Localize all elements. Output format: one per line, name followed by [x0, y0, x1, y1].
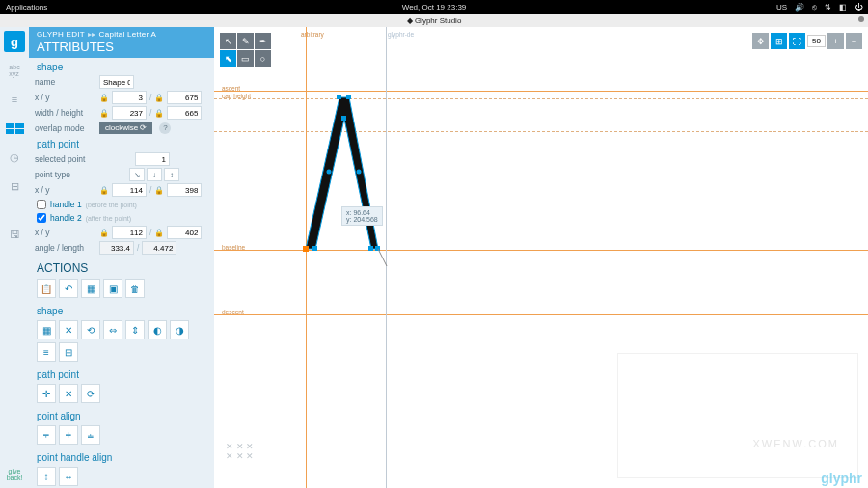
handle-angle-input[interactable] [99, 241, 134, 255]
tool-penadd[interactable]: ✒ [255, 33, 271, 49]
panel-title: ATTRIBUTES [29, 40, 214, 58]
shape-h-input[interactable] [167, 106, 202, 120]
rail-history[interactable]: ◷ [4, 147, 25, 168]
actions-shape-heading: shape [29, 302, 214, 318]
coord-tooltip: x: 96.64 y: 204.568 [341, 206, 383, 226]
svg-point-7 [327, 170, 332, 175]
svg-rect-5 [368, 246, 373, 251]
lock-x-icon[interactable]: 🔒 [99, 94, 109, 102]
tool-pointer[interactable]: ⬉ [220, 50, 236, 67]
pathpoint-heading: path point [29, 135, 214, 151]
volume-icon[interactable]: 🔊 [795, 3, 804, 12]
shape-copy[interactable]: ▦ [37, 320, 56, 339]
align-bot[interactable]: ⫨ [81, 425, 100, 445]
lock-h-icon[interactable]: 🔒 [154, 109, 164, 118]
zoom-value[interactable]: 50 [807, 35, 826, 47]
shape-x-input[interactable] [112, 91, 147, 104]
actions-handlealign-heading: point handle align [29, 448, 214, 465]
shape-layer2[interactable]: ⊟ [59, 342, 78, 362]
shape-reverse[interactable]: ⟲ [81, 320, 100, 339]
watermark-text: XWENW.COM [753, 438, 840, 449]
apps-menu[interactable]: Applications [6, 3, 47, 12]
actions-pointalign-heading: point align [29, 407, 214, 423]
lock-icon[interactable]: 🔒 [154, 186, 164, 195]
handle2-label: handle 2 [50, 213, 82, 223]
svg-rect-0 [303, 246, 309, 252]
action-delete[interactable]: 🗑 [125, 279, 145, 298]
shape-rotl[interactable]: ◐ [148, 320, 167, 339]
lang-indicator[interactable]: US [776, 3, 787, 12]
tool-rect[interactable]: ▭ [237, 50, 254, 67]
lock-icon[interactable]: 🔒 [154, 229, 164, 237]
shape-delete[interactable]: ✕ [59, 320, 78, 339]
point-x-input[interactable] [112, 183, 147, 197]
handle-y-input[interactable] [167, 226, 202, 239]
shape-flipv[interactable]: ⇕ [125, 320, 145, 339]
battery-icon[interactable]: ◧ [839, 3, 847, 12]
rail-layers[interactable]: ≡ [4, 89, 25, 110]
tool-fit[interactable]: ⛶ [789, 33, 805, 49]
lock-icon[interactable]: 🔒 [99, 229, 109, 237]
help-icon[interactable]: ? [159, 122, 171, 134]
network-icon[interactable]: ⇅ [825, 3, 831, 12]
handle2-checkbox[interactable] [37, 213, 46, 223]
halign-2[interactable]: ↔ [59, 467, 78, 486]
action-addshape[interactable]: ▦ [81, 279, 100, 298]
actions-pathpoint-heading: path point [29, 366, 214, 382]
shape-w-input[interactable] [112, 106, 147, 120]
brand-logo: glyphr [821, 471, 862, 486]
app-logo[interactable]: g [4, 31, 25, 52]
shape-heading: shape [29, 58, 214, 74]
lock-w-icon[interactable]: 🔒 [99, 109, 109, 118]
action-addcomponent[interactable]: ▣ [103, 279, 122, 298]
point-type-symmetric[interactable]: ↕ [164, 168, 179, 181]
handle-length-input[interactable] [142, 241, 176, 255]
svg-point-8 [357, 170, 362, 175]
rail-guides[interactable]: ⊟ [4, 176, 25, 197]
action-undo[interactable]: ↶ [59, 279, 78, 298]
svg-line-9 [378, 249, 387, 266]
tool-pen[interactable]: ✎ [237, 33, 254, 49]
align-mid[interactable]: ⫩ [59, 425, 78, 445]
give-back-link[interactable]: give back! [7, 468, 23, 488]
tool-pan[interactable]: ✥ [752, 33, 769, 49]
handle-x-input[interactable] [112, 226, 147, 239]
tool-oval[interactable]: ○ [255, 50, 271, 67]
rail-save[interactable]: 🖫 [4, 224, 25, 245]
glyph-shape[interactable] [286, 80, 402, 277]
tool-arrow[interactable]: ↖ [220, 33, 236, 49]
rail-attributes[interactable] [4, 118, 25, 139]
shape-layer[interactable]: ≡ [37, 342, 56, 362]
action-copy[interactable]: 📋 [37, 279, 56, 298]
clock: Wed, Oct 19 23:39 [402, 3, 467, 12]
rail-glyphs[interactable]: abcxyz [4, 60, 25, 81]
svg-rect-3 [341, 116, 346, 121]
pp-delete[interactable]: ✕ [59, 384, 78, 403]
pp-reset[interactable]: ⟳ [81, 384, 100, 403]
shape-fliph[interactable]: ⇔ [103, 320, 122, 339]
shape-rotr[interactable]: ◑ [170, 320, 189, 339]
svg-rect-4 [312, 246, 317, 251]
pp-add[interactable]: ✛ [37, 384, 56, 403]
glyph-canvas[interactable]: ↖ ✎ ✒ ⬉ ▭ ○ ✥ ⊞ ⛶ 50 + − arbitrary glyph… [214, 27, 868, 488]
canvas-view-tools: ✥ ⊞ ⛶ 50 + − [752, 33, 862, 49]
shape-name-input[interactable] [99, 75, 134, 89]
point-y-input[interactable] [167, 183, 202, 197]
lock-icon[interactable]: 🔒 [99, 186, 109, 195]
power-icon[interactable]: ⏻ [854, 3, 862, 12]
handle1-checkbox[interactable] [37, 200, 46, 209]
tool-grid[interactable]: ⊞ [771, 33, 787, 49]
canvas-edit-tools: ↖ ✎ ✒ ⬉ ▭ ○ [220, 33, 271, 67]
selected-point-input[interactable] [135, 152, 170, 166]
window-close-icon[interactable] [858, 16, 864, 22]
halign-1[interactable]: ↕ [37, 467, 56, 486]
overlap-mode-button[interactable]: clockwise ⟳ [99, 122, 152, 134]
point-type-flat[interactable]: ↓ [147, 168, 162, 181]
align-top[interactable]: ⫧ [37, 425, 56, 445]
point-type-corner[interactable]: ↘ [129, 168, 145, 181]
zoom-in[interactable]: + [827, 33, 844, 49]
shape-y-input[interactable] [167, 91, 202, 104]
link-icon[interactable]: ⎋ [812, 3, 817, 12]
lock-y-icon[interactable]: 🔒 [154, 94, 164, 102]
zoom-out[interactable]: − [846, 33, 862, 49]
